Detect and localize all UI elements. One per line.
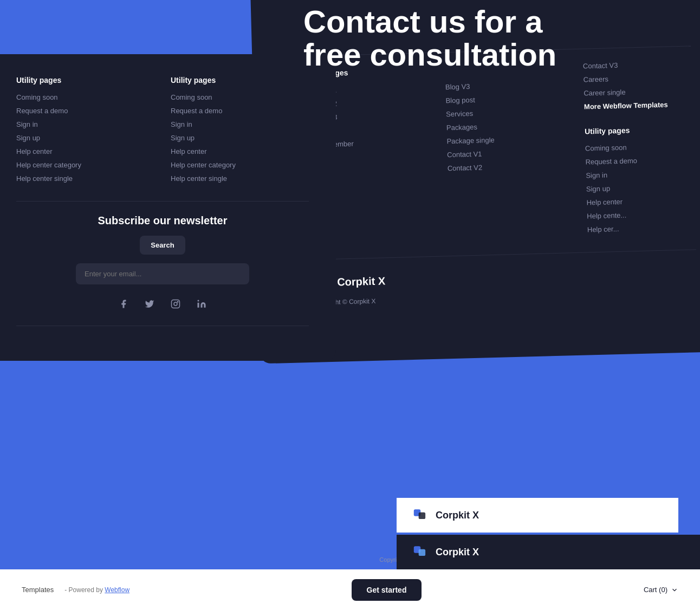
- svg-point-3: [174, 302, 177, 306]
- email-input[interactable]: [76, 263, 249, 284]
- copyright-right: Copyright © Corpkit X: [313, 289, 697, 307]
- link-services[interactable]: Services: [446, 107, 568, 118]
- templates-link[interactable]: Templates: [22, 586, 54, 594]
- facebook-icon[interactable]: [115, 295, 132, 313]
- link-packages[interactable]: Packages: [446, 120, 568, 132]
- powered-by-text: - Powered by Webflow: [64, 586, 129, 594]
- utility-title-1: Utility pages: [16, 76, 154, 85]
- link-contact-v3[interactable]: Contact V3: [583, 59, 691, 70]
- twitter-icon[interactable]: [141, 295, 158, 313]
- l2-coming-soon[interactable]: Coming soon: [171, 93, 309, 101]
- right-utility-section: Contact V3 Careers Career single More We…: [583, 59, 696, 239]
- utility-col-1: Utility pages Coming soon Request a demo…: [16, 76, 154, 188]
- utility-col-right: Utility pages Coming soon Request a demo…: [585, 124, 696, 233]
- logo-card-dark: Corpkit X: [397, 535, 700, 569]
- svg-point-4: [177, 301, 178, 302]
- bottom-bar: Templates - Powered by Webflow Get start…: [0, 569, 700, 610]
- l1-sign-in[interactable]: Sign in: [16, 120, 154, 128]
- link-contact-v1[interactable]: Contact V1: [447, 147, 569, 159]
- link-package-single[interactable]: Package single: [446, 134, 568, 145]
- logo-stack: Corpkit X Corpkit X: [397, 498, 700, 569]
- main-pages-col2: Blog V3 Blog post Services Packages Pack…: [445, 80, 570, 178]
- svg-point-5: [198, 300, 199, 302]
- l2-help-center-cat[interactable]: Help center category: [171, 161, 309, 169]
- link-contact-v2[interactable]: Contact V2: [448, 161, 569, 172]
- utility-col-2: Utility pages Coming soon Request a demo…: [171, 76, 309, 188]
- link-sign-in-r[interactable]: Sign in: [586, 168, 694, 179]
- utility-title-2: Utility pages: [171, 76, 309, 85]
- svg-rect-2: [172, 300, 180, 308]
- right-col3: Contact V3 Careers Career single More We…: [583, 59, 693, 116]
- email-input-row: [16, 263, 309, 284]
- hero-heading: Contact us for a free consultation: [303, 5, 556, 72]
- l1-sign-up[interactable]: Sign up: [16, 134, 154, 142]
- l2-help-center[interactable]: Help center: [171, 147, 309, 155]
- bottom-bar-left: Templates - Powered by Webflow: [22, 586, 129, 594]
- main-pages-section: Main pages Home V1 Home V2 Home V3 About…: [307, 62, 571, 246]
- l2-help-center-single[interactable]: Help center single: [171, 174, 309, 183]
- logo-row-right: Corpkit X: [312, 263, 697, 293]
- cart-button[interactable]: Cart (0): [644, 586, 678, 594]
- l1-coming-soon[interactable]: Coming soon: [16, 93, 154, 101]
- link-blog-post[interactable]: Blog post: [445, 93, 567, 105]
- link-careers[interactable]: Careers: [583, 73, 691, 83]
- divider-left-1: [16, 201, 309, 202]
- linkedin-icon[interactable]: [193, 295, 210, 313]
- link-blog-v3[interactable]: Blog V3: [445, 80, 567, 91]
- logo-icon-dark: [413, 543, 430, 561]
- logo-text-dark: Corpkit X: [436, 547, 479, 558]
- l1-request-demo[interactable]: Request a demo: [16, 107, 154, 115]
- search-button[interactable]: Search: [140, 236, 185, 255]
- link-help-center-cat-r[interactable]: Help cente...: [587, 209, 695, 220]
- l2-request-demo[interactable]: Request a demo: [171, 107, 309, 115]
- divider-left-2: [16, 326, 309, 326]
- chevron-down-icon: [671, 586, 678, 594]
- divider-mid: [312, 249, 696, 260]
- logo-text-white: Corpkit X: [436, 510, 479, 521]
- newsletter-section: Subscribe our newsletter Search: [16, 215, 309, 313]
- logo-icon-white: [413, 507, 430, 524]
- search-row: Search: [16, 236, 309, 255]
- logo-text-right: Corpkit X: [337, 275, 385, 288]
- l1-help-center-cat[interactable]: Help center category: [16, 161, 154, 169]
- link-more-templates[interactable]: More Webflow Templates: [584, 100, 692, 111]
- svg-rect-9: [419, 549, 425, 556]
- instagram-icon[interactable]: [167, 295, 184, 313]
- svg-rect-7: [419, 512, 425, 519]
- utility-title-right: Utility pages: [585, 124, 693, 135]
- webflow-link-bottom[interactable]: Webflow: [105, 586, 129, 594]
- link-coming-soon-r[interactable]: Coming soon: [585, 141, 693, 152]
- social-icons-row: [16, 295, 309, 313]
- hero-section: Contact us for a free consultation: [271, 0, 556, 72]
- newsletter-title: Subscribe our newsletter: [16, 215, 309, 227]
- link-help-center-single-r[interactable]: Help cer...: [587, 223, 696, 233]
- l2-sign-up[interactable]: Sign up: [171, 134, 309, 142]
- logo-card-white: Corpkit X: [397, 498, 678, 533]
- cart-label: Cart (0): [644, 586, 667, 594]
- link-request-demo-r[interactable]: Request a demo: [585, 155, 693, 166]
- link-help-center-r[interactable]: Help center: [586, 196, 695, 206]
- l1-help-center-single[interactable]: Help center single: [16, 174, 154, 183]
- link-sign-up-r[interactable]: Sign up: [586, 182, 695, 193]
- link-career-single[interactable]: Career single: [584, 86, 692, 97]
- get-started-button[interactable]: Get started: [352, 579, 422, 601]
- l1-help-center[interactable]: Help center: [16, 147, 154, 155]
- l2-sign-in[interactable]: Sign in: [171, 120, 309, 128]
- footer-left-card: Utility pages Coming soon Request a demo…: [0, 54, 336, 361]
